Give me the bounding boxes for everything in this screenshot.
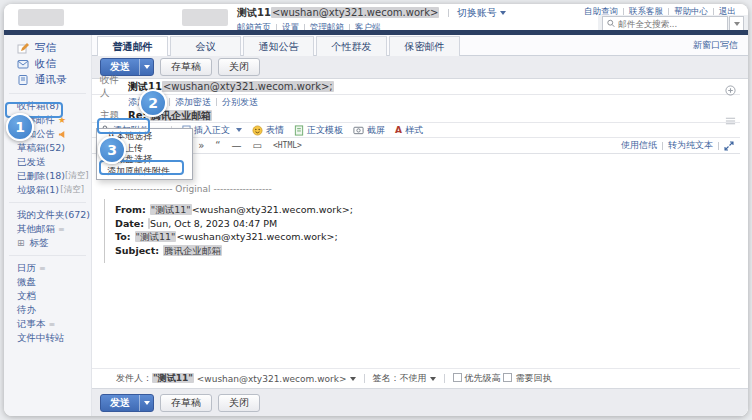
blockquote-icon[interactable]: “ [215,139,220,153]
bottom-action-bar: 发送 存草稿 关闭 [92,388,748,416]
receipt-checkbox[interactable] [503,373,512,382]
stationery-link[interactable]: 使用信纸 [621,139,657,152]
priority-checkbox[interactable] [453,373,462,382]
divider [448,9,449,17]
send-options-arrow[interactable] [139,395,153,411]
quote-date-row: Date:Sun, Oct 8, 2023 04:47 PM [115,217,740,231]
subject-label: 主题 [100,109,128,122]
close-button[interactable]: 关闭 [218,58,260,76]
subject-row[interactable]: 主题 Re: 腾讯企业邮箱 [92,109,740,123]
expand-icon[interactable]: ⊞ [17,238,25,248]
menu-item-original-attachments[interactable]: 添加原邮件附件 [97,166,192,178]
sender-email: <wushan@xty321.wecom.work> [197,374,347,384]
expand-icon[interactable] [724,141,734,151]
tab-normal-mail[interactable]: 普通邮件 [97,36,168,57]
tab-personalized-bulk[interactable]: 个性群发 [316,36,387,56]
compose-label: 写信 [35,41,56,55]
signature-label: 签名： [373,372,400,385]
horizontal-rule-icon[interactable]: — [232,139,242,153]
recipient-row[interactable]: 收件人 测试11<wushan@xty321.wecom.work>; [92,79,740,95]
chevron-down-icon [236,128,242,132]
step2-badge: 2 [139,89,167,117]
compose-footer: 发件人： "测试11" <wushan@xty321.wecom.work> 签… [92,368,740,388]
quote-to-row: To:"测试11"<wushan@xty321.wecom.work>; [115,230,740,244]
sender-name: "测试11" [152,373,194,383]
sidebar: 写信 收信 通讯录 收件箱(8) 星标邮件★ 通知公告 草稿箱(52) 已发送 … [4,35,92,416]
priority-option[interactable]: 优先级高 [453,372,501,385]
html-mode-button[interactable]: <HTML> [273,139,302,153]
tab-confidential-mail[interactable]: 保密邮件 [389,36,460,56]
mail-app-window: 测试11<wushan@xty321.wecom.work> 切换账号 邮箱首页… [4,4,748,416]
save-draft-button[interactable]: 存草稿 [160,58,212,76]
tab-meeting[interactable]: 会议 [170,36,241,56]
code-block-icon[interactable]: ▭ [253,139,262,153]
empty-spam-link[interactable]: [清空] [60,184,84,196]
quote-subject-row: Subject:腾讯企业邮箱 [115,244,740,258]
quoted-message: ------------------ Original ------------… [102,184,740,263]
screenshot-button[interactable]: 截屏 [353,124,385,137]
receipt-option[interactable]: 需要回执 [503,372,551,385]
inbox-envelope-icon [17,58,29,70]
account-email: <wushan@xty321.wecom.work> [271,7,439,18]
recipient-email: <wushan@xty321.wecom.work>; [162,81,334,92]
template-icon [294,125,304,136]
horn-icon [58,130,67,139]
account-name: 测试11 [237,7,271,18]
search-options-button[interactable] [729,16,744,31]
compose-button[interactable]: 写信 [4,40,91,56]
app-header: 测试11<wushan@xty321.wecom.work> 切换账号 邮箱首页… [4,4,748,30]
sidebar-item-docs[interactable]: 文档 [4,289,91,303]
divider [9,202,86,203]
close-button-bottom[interactable]: 关闭 [218,394,260,412]
empty-deleted-link[interactable]: [清空] [65,170,89,182]
style-button[interactable]: A 样式 [395,124,423,137]
divider [9,93,86,94]
send-button-bottom[interactable]: 发送 [100,394,154,412]
sidebar-item-notes[interactable]: 记事本≡ [4,317,91,331]
sidebar-item-tags[interactable]: ⊞标签 [4,236,91,250]
switch-account-link[interactable]: 切换账号 [457,7,497,18]
indent-icon[interactable]: » [198,139,204,153]
sidebar-item-wedrive[interactable]: 微盘 [4,275,91,289]
compose-main: 普通邮件 会议 通知公告 个性群发 保密邮件 新窗口写信 发送 存草稿 关闭 收… [92,35,748,416]
star-icon: ★ [58,115,66,125]
sender-select-arrow[interactable] [350,377,356,381]
sidebar-item-deleted[interactable]: 已删除(18)[清空] [4,169,91,183]
search-box[interactable] [602,16,728,31]
add-bcc-link[interactable]: 添加密送 [175,96,211,109]
quote-from-row: From:"测试11"<wushan@xty321.wecom.work>; [115,203,740,217]
contacts-label: 通讯录 [35,73,67,87]
contacts-button[interactable]: 通讯录 [4,72,91,88]
body-template-button[interactable]: 正文模板 [294,124,343,137]
send-options-arrow[interactable] [139,59,153,75]
sidebar-item-todo[interactable]: 待办 [4,303,91,317]
new-window-compose-link[interactable]: 新窗口写信 [693,35,738,56]
sidebar-item-spam[interactable]: 垃圾箱(1)[清空] [4,183,91,197]
divider [9,255,86,256]
receive-button[interactable]: 收信 [4,56,91,72]
secondary-logo [182,9,228,26]
chevron-down-icon [144,401,150,405]
save-draft-button-bottom[interactable]: 存草稿 [160,394,212,412]
sidebar-item-drafts[interactable]: 草稿箱(52) [4,141,91,155]
tab-notice[interactable]: 通知公告 [243,36,314,56]
receive-label: 收信 [35,57,56,71]
sidebar-item-sent[interactable]: 已发送 [4,155,91,169]
send-separately-link[interactable]: 分别发送 [222,96,258,109]
sender-label: 发件人： [116,372,152,385]
emoji-button[interactable]: 表情 [252,124,284,137]
step3-badge: 3 [98,136,126,164]
sidebar-item-inbox[interactable]: 收件箱(8) [4,99,91,113]
chevron-down-icon [734,22,740,26]
signature-select-arrow[interactable] [430,377,436,381]
message-body-editor[interactable]: ------------------ Original ------------… [92,154,740,368]
sidebar-item-my-folders[interactable]: 我的文件夹(672)≡ [4,208,91,222]
sidebar-item-file-transfer[interactable]: 文件中转站 [4,331,91,345]
sidebar-item-other-mailboxes[interactable]: 其他邮箱≡ [4,222,91,236]
compose-tabbar: 普通邮件 会议 通知公告 个性群发 保密邮件 新窗口写信 [92,35,748,56]
chevron-down-icon [144,65,150,69]
quote-divider: ------------------ Original ------------… [102,184,740,194]
search-input[interactable] [618,19,723,29]
sidebar-item-calendar[interactable]: 日历≡ [4,261,91,275]
plain-text-link[interactable]: 转为纯文本 [668,139,713,152]
